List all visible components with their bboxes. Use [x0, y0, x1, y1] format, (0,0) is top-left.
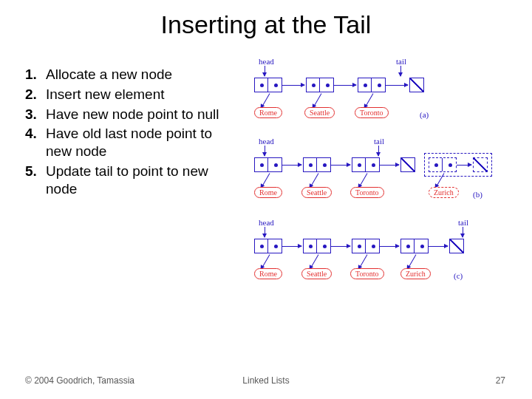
arrow-right-icon — [380, 246, 399, 247]
list-node — [352, 239, 380, 253]
element-link-icon — [310, 173, 319, 188]
list-node — [254, 239, 282, 253]
row-tag: (b) — [473, 190, 482, 199]
arrow-down-icon — [265, 66, 265, 76]
city-oval: Toronto — [355, 107, 389, 118]
city-oval: Toronto — [350, 187, 384, 198]
element-link-icon — [262, 254, 270, 269]
city-oval: Rome — [254, 187, 282, 198]
step-item: Allocate a new node — [25, 66, 232, 83]
arrow-right-icon — [386, 85, 408, 86]
null-sentinel — [409, 78, 424, 92]
city-oval: Seattle — [304, 107, 335, 118]
list-node — [303, 239, 331, 253]
list-node — [400, 239, 429, 253]
step-item: Have new node point to null — [25, 106, 232, 123]
element-link-icon — [359, 173, 368, 188]
tail-label: tail — [374, 137, 384, 146]
arrow-down-icon — [378, 146, 379, 156]
step-item: Insert new element — [25, 86, 232, 103]
step-item: Update tail to point to new node — [25, 163, 232, 198]
arrow-down-icon — [463, 227, 463, 237]
element-link-icon — [310, 254, 319, 269]
null-sentinel — [400, 157, 415, 172]
head-label: head — [259, 218, 274, 227]
copyright-text: © 2004 Goodrich, Tamassia — [25, 375, 134, 386]
arrow-right-icon — [282, 85, 304, 86]
element-link-icon — [408, 254, 417, 269]
arrow-right-icon — [334, 85, 356, 86]
head-label: head — [259, 137, 274, 146]
city-oval-new: Zurich — [429, 187, 459, 198]
city-oval: Rome — [254, 107, 282, 118]
steps-list: Allocate a new node Insert new element H… — [25, 66, 232, 197]
page-title: Inserting at the Tail — [0, 0, 532, 44]
arrow-right-icon — [331, 165, 350, 166]
element-link-icon — [262, 93, 270, 108]
arrow-down-icon — [265, 146, 265, 156]
list-node — [306, 78, 334, 92]
null-sentinel — [449, 239, 464, 253]
city-oval: Seattle — [301, 187, 332, 198]
null-sentinel-new — [473, 157, 488, 172]
element-link-icon — [313, 93, 322, 108]
list-node — [358, 78, 386, 92]
arrow-right-icon — [331, 246, 350, 247]
step-item: Have old last node point to new node — [25, 125, 232, 160]
row-tag: (c) — [454, 271, 463, 280]
list-node — [303, 157, 331, 172]
city-oval: Zurich — [400, 268, 431, 279]
list-node — [254, 78, 282, 92]
arrow-right-icon — [429, 246, 448, 247]
linked-list-diagram: head tail Rome Seattle Toronto (a) head … — [239, 66, 505, 347]
city-oval: Rome — [254, 268, 282, 279]
arrow-right-icon — [282, 165, 301, 166]
arrow-down-icon — [265, 227, 265, 237]
city-oval: Seattle — [301, 268, 332, 279]
element-link-icon — [365, 93, 374, 108]
arrow-down-icon — [400, 66, 401, 76]
arrow-right-icon — [282, 246, 301, 247]
arrow-right-icon — [380, 165, 399, 166]
footer: © 2004 Goodrich, Tamassia Linked Lists 2… — [0, 375, 532, 386]
element-link-icon — [262, 173, 270, 188]
tail-label: tail — [458, 218, 468, 227]
city-oval: Toronto — [350, 268, 384, 279]
steps-column: Allocate a new node Insert new element H… — [25, 66, 239, 347]
slide-number: 27 — [496, 375, 505, 386]
list-node — [254, 157, 282, 172]
list-node-new — [429, 157, 457, 172]
list-node — [352, 157, 380, 172]
row-tag: (a) — [420, 110, 429, 119]
diagram-column: head tail Rome Seattle Toronto (a) head … — [239, 66, 520, 347]
footer-title: Linked Lists — [242, 375, 289, 386]
tail-label: tail — [396, 57, 406, 66]
content-area: Allocate a new node Insert new element H… — [0, 44, 532, 347]
element-link-icon — [359, 254, 368, 269]
head-label: head — [259, 57, 274, 66]
arrow-right-icon — [457, 165, 471, 166]
